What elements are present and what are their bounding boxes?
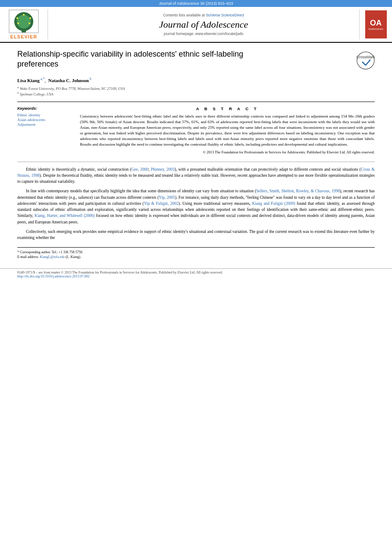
email-label: E-mail address: (17, 255, 39, 259)
affil-2: b Spelman College, USA (17, 91, 375, 96)
ref-yip-fuligni-2002[interactable]: Yip & Fuligni, 2002 (144, 201, 178, 206)
ref-phinney-2003[interactable]: Phinney, 2003 (151, 167, 175, 172)
journal-name-title: Journal of Adolescence (159, 19, 248, 30)
footnote-corresponding: * Corresponding author. Tel.: +1 336 758… (17, 250, 375, 254)
email-suffix: (L. Kiang). (66, 255, 81, 259)
oa-badge: OA Adolescence (364, 10, 388, 39)
crossmark-icon: CrossMark (357, 51, 375, 70)
affiliations: a Wake Forest University, PO Box 7778, W… (17, 86, 375, 96)
sciverse-line: Contents lists available at SciVerse Sci… (163, 13, 244, 17)
crossmark-badge[interactable]: CrossMark (357, 51, 375, 70)
journal-header: ELSEVIER Contents lists available at Sci… (0, 7, 392, 43)
author-2-name: Natasha C. Johnson (48, 78, 89, 83)
ref-gee-2000[interactable]: Gee, 2000 (131, 167, 149, 172)
footnote-area: * Corresponding author. Tel.: +1 336 758… (17, 247, 375, 259)
svg-line-12 (366, 60, 370, 65)
elsevier-wordmark: ELSEVIER (10, 34, 37, 39)
svg-point-5 (23, 14, 25, 16)
svg-line-11 (362, 62, 366, 65)
keyword-3: Adjustment (17, 122, 73, 127)
affil-2-sup: b (17, 91, 19, 95)
author-1-name: Lisa Kiang (17, 78, 40, 83)
abstract-heading: A B S T R A C T (80, 106, 375, 111)
oa-box: OA Adolescence (365, 10, 387, 38)
keyword-1: Ethnic identity (17, 113, 73, 117)
oa-letters: OA (370, 19, 382, 27)
authors-line: Lisa Kiang a,*, Natasha C. Johnson b (17, 77, 375, 83)
email-link[interactable]: KiangL@wfu.edu (40, 255, 65, 259)
body-paragraph-2: In line with contemporary models that sp… (17, 188, 375, 225)
svg-point-3 (16, 17, 18, 19)
ref-kiang-fuligni-2009[interactable]: Kiang and Fuligni (2009) (252, 201, 295, 206)
body-paragraph-3: Collectively, such emerging work provide… (17, 229, 375, 241)
paper-title: Relationship-specific variability in ado… (17, 49, 268, 70)
doi-link[interactable]: http://dx.doi.org/10.1016/j.adolescence.… (17, 274, 89, 278)
sciverse-link[interactable]: SciVerse ScienceDirect (206, 13, 244, 17)
keywords-heading: Keywords: (17, 106, 73, 111)
affil-1: a Wake Forest University, PO Box 7778, W… (17, 86, 375, 91)
abstract-paragraph: Consistency between adolescents' best-fi… (80, 114, 375, 147)
citation-text: Journal of Adolescence 36 (2013) 815–823 (159, 1, 233, 6)
svg-point-4 (29, 17, 31, 19)
abstract-col: A B S T R A C T Consistency between adol… (80, 106, 375, 155)
affil-1-text: Wake Forest University, PO Box 7778, Win… (20, 86, 125, 91)
svg-point-6 (17, 22, 19, 24)
affil-2-text: Spelman College, USA (20, 92, 54, 96)
copyright-line: © 2013 The Foundation for Professionals … (80, 150, 375, 155)
journal-citation-bar: Journal of Adolescence 36 (2013) 815–823 (0, 0, 392, 7)
oa-journal-name: Adolescence (368, 28, 383, 30)
svg-text:CrossMark: CrossMark (357, 55, 375, 59)
ref-kiang-harter-2006[interactable]: Kiang, Harter, and Whitesell (2006) (35, 213, 95, 218)
abstract-text: Consistency between adolescents' best-fi… (80, 114, 375, 155)
body-text: Ethnic identity is theoretically a dynam… (17, 166, 375, 241)
ref-yip-2005[interactable]: Yip, 2005 (159, 195, 175, 200)
body-paragraph-1: Ethnic identity is theoretically a dynam… (17, 166, 375, 185)
svg-point-9 (357, 52, 374, 69)
svg-point-7 (29, 22, 30, 24)
ref-sellers-1998[interactable]: Sellers, Smith, Shelton, Rowley, & Chavo… (256, 189, 340, 193)
keywords-col: Keywords: Ethnic identity Asian adolesce… (17, 106, 73, 155)
author-2-sup: b (89, 77, 91, 81)
elsevier-logo: ELSEVIER (4, 10, 43, 39)
footnote-email-line: E-mail address: KiangL@wfu.edu (L. Kiang… (17, 255, 375, 259)
author-1: Lisa Kiang a,*, (17, 78, 48, 83)
keyword-2: Asian adolescents (17, 118, 73, 122)
author-1-sup: a,* (40, 77, 45, 81)
author-2: Natasha C. Johnson b (48, 78, 91, 83)
journal-homepage: journal homepage: www.elsevier.com/locat… (164, 32, 243, 36)
ref-cross-strauss[interactable]: Cross & Strauss, 1998 (17, 167, 375, 178)
abstract-section: Keywords: Ethnic identity Asian adolesce… (17, 102, 375, 155)
bottom-bar: 0140-1971/$ – see front matter © 2013 Th… (0, 268, 392, 280)
section-divider (17, 162, 375, 162)
svg-point-2 (17, 15, 31, 29)
elsevier-tree-icon (9, 10, 39, 33)
bottom-text-1: 0140-1971/$ – see front matter © 2013 Th… (17, 271, 375, 274)
paper-area: CrossMark Relationship-specific variabil… (0, 43, 392, 264)
journal-title-area: Contents lists available at SciVerse Sci… (48, 10, 360, 39)
affil-1-sup: a (17, 86, 19, 89)
bottom-text-2: http://dx.doi.org/10.1016/j.adolescence.… (17, 274, 375, 278)
